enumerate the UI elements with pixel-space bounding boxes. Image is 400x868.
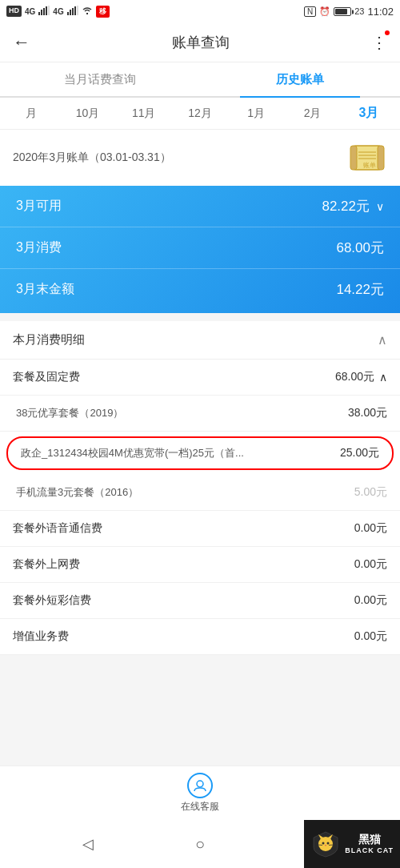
wifi-icon bbox=[82, 6, 93, 17]
more-icon: ⋮ bbox=[371, 34, 387, 51]
svg-rect-0 bbox=[38, 12, 40, 15]
sub-item-38yuan: 38元优享套餐（2019） 38.00元 bbox=[0, 396, 400, 432]
month-item-oct[interactable]: 10月 bbox=[59, 103, 115, 124]
collapse-icon: ∧ bbox=[378, 332, 387, 348]
bottom-navigation: 在线客服 bbox=[0, 766, 400, 820]
status-bar: HD 4G 4G 移 N ⏰ 23 11:02 bbox=[0, 0, 400, 22]
expense-label: 3月消费 bbox=[16, 239, 62, 256]
svg-rect-12 bbox=[378, 146, 384, 170]
summary-card: 3月可用 82.22元 ∨ 3月消费 68.00元 3月末金额 14.22元 bbox=[0, 186, 400, 313]
blackcat-english-subtitle: BLACK CAT bbox=[345, 846, 394, 855]
voice-fee-label: 套餐外语音通信费 bbox=[13, 521, 102, 536]
detail-section-header[interactable]: 本月消费明细 ∧ bbox=[0, 321, 400, 360]
highlighted-row-container: 政企_1312434校园4M优惠宽带(一档)25元（首... 25.00元 bbox=[0, 432, 400, 475]
month-item-feb[interactable]: 2月 bbox=[284, 103, 340, 124]
svg-line-24 bbox=[329, 845, 334, 846]
mobile-data-value: 5.00元 bbox=[354, 485, 387, 500]
expense-value: 68.00元 bbox=[336, 239, 384, 257]
back-button[interactable]: ← bbox=[13, 32, 30, 53]
service-label: 在线客服 bbox=[181, 800, 219, 814]
svg-rect-8 bbox=[74, 6, 76, 15]
sms-fee-value: 0.00元 bbox=[354, 593, 387, 608]
available-label: 3月可用 bbox=[16, 198, 62, 215]
nfc-indicator: N bbox=[304, 6, 316, 17]
available-expand-icon: ∨ bbox=[376, 200, 384, 213]
svg-line-23 bbox=[318, 845, 322, 846]
page-title: 账单查询 bbox=[172, 33, 230, 52]
app-bar: ← 账单查询 ⋮ bbox=[0, 22, 400, 62]
svg-rect-1 bbox=[41, 10, 42, 15]
vas-fee-value: 0.00元 bbox=[354, 629, 387, 644]
sms-fee-label: 套餐外短彩信费 bbox=[13, 593, 91, 608]
svg-point-22 bbox=[327, 842, 330, 845]
signal-bars2 bbox=[67, 6, 78, 17]
home-bar: ◁ ○ □ 黑猫 BLACK CAT bbox=[0, 820, 400, 868]
internet-fee-row: 套餐外上网费 0.00元 bbox=[0, 547, 400, 583]
svg-point-21 bbox=[322, 842, 325, 845]
voice-fee-row: 套餐外语音通信费 0.00元 bbox=[0, 511, 400, 547]
bill-header: 2020年3月账单（03.01-03.31） 账单 bbox=[0, 130, 400, 186]
vas-fee-row: 增值业务费 0.00元 bbox=[0, 619, 400, 655]
tab-history-bill[interactable]: 历史账单 bbox=[200, 62, 400, 96]
tab-current-bill[interactable]: 当月话费查询 bbox=[0, 62, 200, 96]
sms-fee-row: 套餐外短彩信费 0.00元 bbox=[0, 583, 400, 619]
month-item-nov[interactable]: 11月 bbox=[116, 103, 172, 124]
home-button[interactable]: ○ bbox=[190, 834, 210, 854]
month-item-dec[interactable]: 12月 bbox=[172, 103, 228, 124]
svg-text:账单: 账单 bbox=[363, 162, 376, 169]
month-selector: 月 10月 11月 12月 1月 2月 3月 bbox=[0, 98, 400, 130]
more-menu-button[interactable]: ⋮ bbox=[371, 33, 387, 52]
detail-section-title: 本月消费明细 bbox=[13, 332, 85, 348]
broadband-label: 政企_1312434校园4M优惠宽带(一档)25元（首... bbox=[21, 446, 244, 460]
svg-rect-7 bbox=[72, 8, 74, 15]
tabs-container: 当月话费查询 历史账单 bbox=[0, 62, 400, 98]
fixed-fees-row[interactable]: 套餐及固定费 68.00元 ∧ bbox=[0, 360, 400, 396]
summary-balance-row: 3月末金额 14.22元 bbox=[0, 269, 400, 310]
carrier-logo: 移 bbox=[96, 6, 110, 18]
hd-badge: HD bbox=[6, 6, 22, 17]
sub-item-38yuan-value: 38.00元 bbox=[348, 406, 387, 420]
month-item-jan[interactable]: 1月 bbox=[228, 103, 284, 124]
blackcat-badge: 黑猫 BLACK CAT bbox=[304, 820, 400, 868]
broadband-value: 25.00元 bbox=[340, 446, 379, 460]
svg-rect-6 bbox=[70, 10, 71, 15]
available-value: 82.22元 ∨ bbox=[322, 197, 384, 215]
summary-expense-row: 3月消费 68.00元 bbox=[0, 227, 400, 269]
fixed-fees-value: 68.00元 ∧ bbox=[335, 370, 387, 384]
balance-label: 3月末金额 bbox=[16, 281, 74, 298]
svg-rect-11 bbox=[350, 146, 357, 170]
signal-bars bbox=[38, 6, 50, 17]
month-item-mar[interactable]: 3月 bbox=[341, 102, 397, 125]
back-triangle-icon: ◁ bbox=[82, 835, 94, 853]
svg-rect-5 bbox=[67, 12, 69, 15]
sub-item-mobile-data: 手机流量3元套餐（2016） 5.00元 bbox=[0, 475, 400, 511]
internet-fee-value: 0.00元 bbox=[354, 557, 387, 572]
sub-item-38yuan-label: 38元优享套餐（2019） bbox=[16, 406, 123, 420]
balance-value: 14.22元 bbox=[336, 280, 384, 299]
network-4g1: 4G bbox=[25, 7, 35, 16]
blackcat-text-group: 黑猫 BLACK CAT bbox=[345, 833, 394, 855]
cat-logo-icon bbox=[311, 830, 340, 858]
detail-section: 本月消费明细 ∧ 套餐及固定费 68.00元 ∧ 38元优享套餐（2019） 3… bbox=[0, 321, 400, 655]
back-gesture-button[interactable]: ◁ bbox=[78, 834, 98, 854]
svg-point-18 bbox=[318, 837, 333, 851]
status-right: N ⏰ 23 11:02 bbox=[304, 6, 394, 18]
battery-percent: 23 bbox=[354, 6, 364, 16]
summary-available-row[interactable]: 3月可用 82.22元 ∨ bbox=[0, 186, 400, 227]
mobile-data-label: 手机流量3元套餐（2016） bbox=[16, 485, 138, 500]
svg-rect-9 bbox=[77, 6, 78, 15]
svg-rect-3 bbox=[46, 6, 47, 15]
online-service-button[interactable]: 在线客服 bbox=[181, 773, 219, 814]
time-display: 11:02 bbox=[367, 6, 394, 18]
network-4g2: 4G bbox=[53, 7, 63, 16]
scroll-decoration-icon: 账单 bbox=[347, 138, 387, 178]
status-left: HD 4G 4G 移 bbox=[6, 6, 110, 18]
month-item-prev[interactable]: 月 bbox=[3, 103, 59, 124]
blackcat-chinese-title: 黑猫 bbox=[358, 833, 381, 846]
fixed-fees-expand-icon: ∧ bbox=[379, 371, 387, 384]
svg-rect-2 bbox=[43, 8, 45, 15]
battery-indicator bbox=[334, 6, 351, 16]
voice-fee-value: 0.00元 bbox=[354, 521, 387, 536]
svg-rect-4 bbox=[48, 6, 50, 15]
home-circle-icon: ○ bbox=[195, 835, 205, 854]
